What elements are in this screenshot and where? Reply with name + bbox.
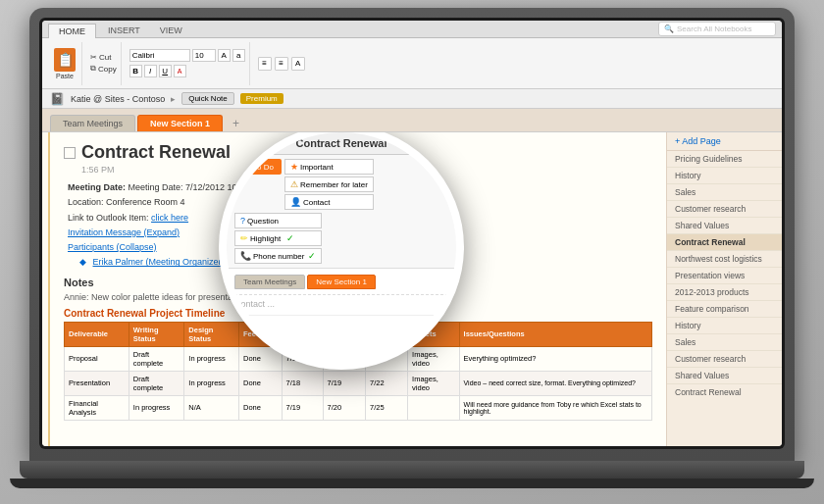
main-area: Contract Renewal 1:56 PM Meeting Date: M… (42, 132, 782, 446)
paste-group: 📋 Paste (48, 42, 82, 85)
col-writing: Writing Status (129, 322, 183, 346)
tab-home[interactable]: HOME (48, 24, 96, 38)
new-section-tab[interactable]: New Section 1 (137, 115, 223, 131)
sidebar-item-feature[interactable]: Feature comparison (667, 301, 782, 318)
col-design: Design Status (184, 322, 239, 346)
section-tabs: Team Meetings New Section 1 + (42, 109, 782, 132)
sidebar-item-customer1[interactable]: Customer research (667, 201, 782, 218)
question-label: Question (247, 217, 279, 226)
premium-btn[interactable]: Premium (240, 93, 283, 104)
important-label: Important (300, 163, 334, 172)
remember-label: Remember for later (300, 180, 368, 189)
right-btn-group: ? Question ✏ Highlight ✓ (234, 213, 322, 264)
font-name-input[interactable] (129, 49, 190, 62)
sidebar-item-pricing[interactable]: Pricing Guidelines (667, 151, 782, 168)
underline-btn[interactable]: U (159, 65, 172, 77)
add-section-btn[interactable]: + (225, 116, 247, 131)
font-group: A a B I U A (126, 42, 250, 85)
sidebar-item-customer2[interactable]: Customer research (667, 351, 782, 368)
contact-btn[interactable]: 👤 Contact (284, 194, 374, 210)
tab-insert[interactable]: INSERT (98, 24, 150, 37)
mag-team-meetings-tab[interactable]: Team Meetings (234, 275, 305, 289)
magnifier-popup: Contract Renewal To Do (219, 132, 464, 370)
screen-bezel: HOME INSERT VIEW 🔍 Search All Notebooks … (39, 18, 785, 449)
contact-label: Contact (303, 198, 331, 207)
mag-new-section-tab[interactable]: New Section 1 (307, 275, 376, 289)
todo-check-icon: ✓ (308, 251, 316, 261)
phone-icon: 📞 (240, 251, 251, 261)
tab-view[interactable]: VIEW (150, 24, 192, 37)
star-icon: ★ (290, 162, 298, 172)
bold-btn[interactable]: B (129, 65, 142, 77)
laptop-shell: HOME INSERT VIEW 🔍 Search All Notebooks … (29, 8, 795, 461)
sidebar-item-history1[interactable]: History (667, 168, 782, 184)
clipboard-group: ✂Cut ⧉Copy (86, 42, 122, 85)
search-icon: 🔍 (664, 25, 674, 33)
more-ribbon-btns: ≡ ≡ A (254, 57, 309, 71)
sidebar-item-shared2[interactable]: Shared Values (667, 368, 782, 384)
search-box[interactable]: 🔍 Search All Notebooks (658, 22, 776, 36)
organizer-name: Erika Palmer (Meeting Organizer) (93, 257, 225, 267)
page-margin-line (42, 132, 50, 446)
notebook-path: Katie @ Sites - Contoso (71, 94, 165, 104)
sidebar-item-sales2[interactable]: Sales (667, 334, 782, 351)
highlight-label: Highlight (250, 234, 281, 243)
add-page-btn[interactable]: + Add Page (667, 132, 782, 151)
phone-btn[interactable]: 📞 Phone number ✓ (234, 248, 322, 264)
sidebar-item-products[interactable]: 2012-2013 products (667, 284, 782, 301)
copy-btn[interactable]: ⧉Copy (90, 64, 117, 74)
team-meetings-tab[interactable]: Team Meetings (50, 115, 135, 131)
sidebar-item-sales1[interactable]: Sales (667, 184, 782, 201)
search-placeholder: Search All Notebooks (677, 25, 752, 33)
phone-label: Phone number (253, 252, 304, 261)
laptop-foot (10, 479, 814, 488)
notebook-icon: 📓 (50, 92, 65, 106)
font-color-btn[interactable]: A (174, 65, 186, 77)
sidebar-item-contract-renewal-active[interactable]: Contract Renewal (667, 234, 782, 251)
paste-label[interactable]: Paste (56, 73, 74, 79)
increase-font-btn[interactable]: A (218, 49, 231, 62)
left-btn-group: ★ Important ⚠ Remember for later 👤 (284, 159, 374, 210)
italic-btn[interactable]: I (144, 65, 157, 77)
sidebar-item-northwest[interactable]: Northwest cost logistics (667, 251, 782, 268)
bullet-icon: ◆ (79, 257, 86, 267)
warn-icon: ⚠ (290, 179, 298, 189)
question-icon: ? (240, 216, 245, 226)
page-title[interactable]: Contract Renewal (81, 142, 231, 163)
mag-contact-line: Contact ... (234, 299, 448, 309)
paste-icon: 📋 (54, 48, 76, 72)
contact-icon: 👤 (290, 197, 301, 207)
check-icon: ✓ (286, 233, 294, 243)
todo-label: To Do (253, 163, 274, 172)
remember-btn[interactable]: ⚠ Remember for later (284, 176, 374, 192)
magnifier-toolbar: To Do ★ Important ⚠ (227, 155, 456, 269)
font-size-input[interactable] (192, 49, 216, 62)
right-sidebar: + Add Page Pricing Guidelines History Sa… (666, 132, 782, 446)
sidebar-item-presentation[interactable]: Presentation views (667, 268, 782, 284)
decrease-font-btn[interactable]: a (232, 49, 245, 62)
cut-btn[interactable]: ✂Cut (90, 53, 117, 62)
important-btn[interactable]: ★ Important (284, 159, 374, 175)
sidebar-item-shared1[interactable]: Shared Values (667, 218, 782, 234)
col-issues: Issues/Questions (459, 322, 651, 346)
laptop-base (20, 461, 804, 479)
outlook-link[interactable]: click here (151, 213, 188, 223)
ribbon-tabs-row: HOME INSERT VIEW 🔍 Search All Notebooks (42, 21, 782, 38)
title-checkbox[interactable] (64, 147, 76, 159)
screen: HOME INSERT VIEW 🔍 Search All Notebooks … (42, 21, 782, 446)
sidebar-item-contract2[interactable]: Contract Renewal (667, 384, 782, 400)
table-row: Financial Analysis In progress N/A Done … (65, 395, 652, 420)
ribbon-toolbar: 📋 Paste ✂Cut ⧉Copy (42, 38, 782, 89)
quick-note-btn[interactable]: Quick Note (181, 92, 234, 105)
address-bar: 📓 Katie @ Sites - Contoso ▸ Quick Note P… (42, 89, 782, 109)
table-row: Presentation Draft complete In progress … (65, 371, 652, 395)
highlight-icon: ✏ (240, 233, 248, 243)
sidebar-item-history2[interactable]: History (667, 318, 782, 334)
col-deliverable: Deliverable (65, 322, 129, 346)
path-arrow: ▸ (171, 94, 176, 104)
question-btn[interactable]: ? Question (234, 213, 322, 228)
highlight-btn[interactable]: ✏ Highlight ✓ (234, 230, 322, 246)
magnifier-tabs: Team Meetings New Section 1 (234, 275, 448, 289)
